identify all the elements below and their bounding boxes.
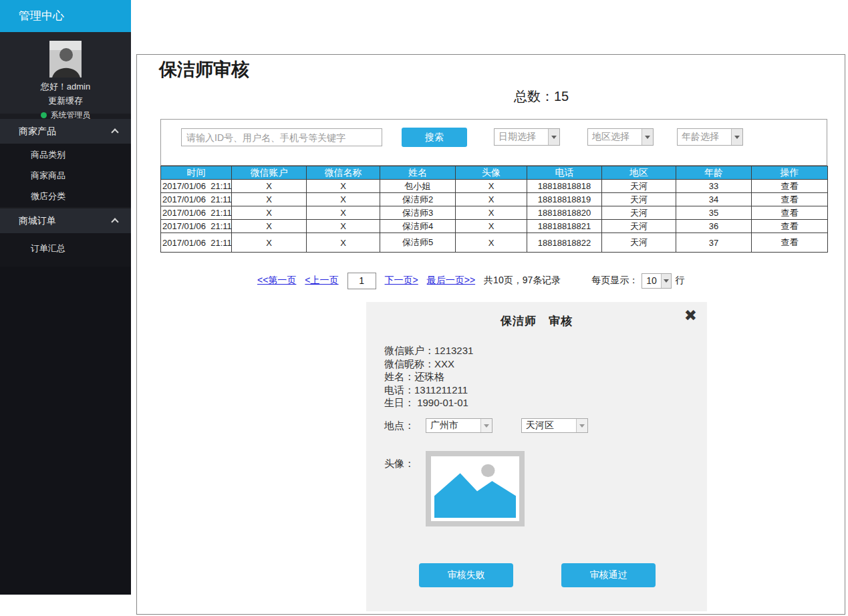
approve-button[interactable]: 审核通过 [561,563,656,587]
app-title: 管理中心 [19,9,64,22]
submenu-merchant-products: 商品类别 商家商品 微店分类 [0,144,131,207]
sidebar-menu-merchant-products[interactable]: 商家产品 [0,119,131,144]
table-row: 2017/01/06 21:11XX保洁师5X18818818822天河37查看 [161,233,828,253]
per-page-value: 10 [642,274,661,288]
chevron-down-icon [642,129,653,145]
column-header: 微信名称 [307,166,380,180]
chevron-down-icon [480,419,492,432]
review-table: 时间微信账户微信名称姓名头像电话地区年龄操作 2017/01/06 21:11X… [160,166,828,253]
submenu-mall-orders: 订单汇总 [0,233,131,267]
table-head-row: 时间微信账户微信名称姓名头像电话地区年龄操作 [161,166,828,180]
date-filter-dropdown[interactable]: 日期选择 [494,128,560,146]
pagination: <<第一页 <上一页 下一页> 最后一页>> 共10页，97条记录 每页显示： … [257,272,832,289]
sidebar-item-merchant-goods[interactable]: 商家商品 [0,165,131,186]
view-link[interactable]: 查看 [752,233,828,253]
review-modal: 保洁师 审核 ✖ 微信账户：1213231微信昵称：XXX姓名：还珠格电话：13… [366,302,707,611]
column-header: 操作 [752,166,828,180]
column-header: 微信账户 [232,166,307,180]
table-head: 时间微信账户微信名称姓名头像电话地区年龄操作 [161,166,828,180]
view-link[interactable]: 查看 [752,193,828,206]
table-cell: X [307,233,380,253]
chevron-down-icon [576,419,587,432]
per-page-unit: 行 [675,275,684,287]
city-dropdown[interactable]: 广州市 [426,418,492,433]
app-title-bar: 管理中心 [0,0,131,32]
page-number-input[interactable] [347,273,376,289]
district-dropdown[interactable]: 天河区 [521,418,588,433]
table-row: 2017/01/06 21:11XX包小姐X18818818818天河33查看 [161,180,828,193]
view-link[interactable]: 查看 [752,220,828,233]
table-cell: 2017/01/06 21:11 [161,180,232,193]
detail-fields: 微信账户：1213231微信昵称：XXX姓名：还珠格电话：1311211211生… [384,344,473,410]
column-header: 地区 [602,166,676,180]
table-cell: X [456,220,527,233]
prev-page-link[interactable]: <上一页 [305,275,338,287]
table-cell: 天河 [602,193,676,206]
sidebar-item-order-summary[interactable]: 订单汇总 [0,233,131,264]
modal-title: 保洁师 审核 [366,302,707,329]
refresh-cache-link[interactable]: 更新缓存 [0,95,131,107]
dropdown-value: 年龄选择 [678,129,731,145]
image-placeholder-icon [434,460,516,518]
age-filter-dropdown[interactable]: 年龄选择 [677,128,743,146]
table-cell: X [456,206,527,220]
total-count: 总数：15 [514,88,569,106]
chevron-down-icon [548,129,559,145]
greeting-text: 您好！admin [0,81,131,93]
page-summary: 共10页，97条记录 [484,275,561,287]
table-cell: 2017/01/06 21:11 [161,193,232,206]
search-input[interactable] [181,128,382,146]
sidebar-menu-mall-orders[interactable]: 商城订单 [0,208,131,233]
first-page-link[interactable]: <<第一页 [257,275,296,287]
sidebar-filler [0,267,131,595]
table-cell: 天河 [602,180,676,193]
detail-field: 微信昵称：XXX [384,357,473,371]
location-row: 地点： 广州市 天河区 [384,418,588,433]
menu-label: 商城订单 [19,215,56,226]
table-cell: 2017/01/06 21:11 [161,206,232,220]
column-header: 头像 [456,166,527,180]
sidebar-item-microstore-category[interactable]: 微店分类 [0,186,131,206]
table-cell: 天河 [602,233,676,253]
table-cell: X [456,180,527,193]
table-cell: X [456,193,527,206]
per-page-dropdown[interactable]: 10 [642,273,672,289]
avatar-label: 头像： [384,458,414,470]
dropdown-value: 地区选择 [588,129,642,145]
table-cell: 2017/01/06 21:11 [161,233,232,253]
person-photo-icon [49,41,82,78]
location-label: 地点： [384,420,426,432]
table-cell: X [232,193,307,206]
chevron-down-icon [731,129,742,145]
detail-field: 微信账户：1213231 [384,344,473,357]
table-cell: 35 [676,206,752,220]
table-cell: 包小姐 [380,180,456,193]
region-filter-dropdown[interactable]: 地区选择 [587,128,654,146]
filter-bar: 搜索 日期选择地区选择年龄选择 [160,119,827,166]
table-cell: X [307,220,380,233]
table-row: 2017/01/06 21:11XX保洁师4X18818818821天河36查看 [161,220,828,233]
table-row: 2017/01/06 21:11XX保洁师2X18818818819天河34查看 [161,193,828,206]
avatar-image-placeholder [426,451,525,526]
district-value: 天河区 [522,419,576,432]
reject-button[interactable]: 审核失败 [419,563,513,587]
online-status-dot [41,112,47,118]
search-button[interactable]: 搜索 [402,128,467,147]
close-icon[interactable]: ✖ [684,308,697,323]
table-cell: 37 [676,233,752,253]
next-page-link[interactable]: 下一页> [385,275,418,287]
last-page-link[interactable]: 最后一页>> [427,275,475,287]
table-cell: 保洁师5 [380,233,456,253]
avatar [49,41,82,78]
table-cell: 天河 [602,206,676,220]
view-link[interactable]: 查看 [752,206,828,220]
table-cell: 2017/01/06 21:11 [161,220,232,233]
table-cell: 保洁师4 [380,220,456,233]
table-cell: X [307,206,380,220]
chevron-up-icon [111,218,118,225]
sidebar: 您好！admin 更新缓存 系统管理员 商家产品 商品类别 商家商品 微店分类 … [0,32,131,595]
sidebar-item-product-category[interactable]: 商品类别 [0,144,131,165]
table-cell: 34 [676,193,752,206]
profile-section: 您好！admin 更新缓存 系统管理员 [0,32,131,114]
view-link[interactable]: 查看 [752,180,828,193]
